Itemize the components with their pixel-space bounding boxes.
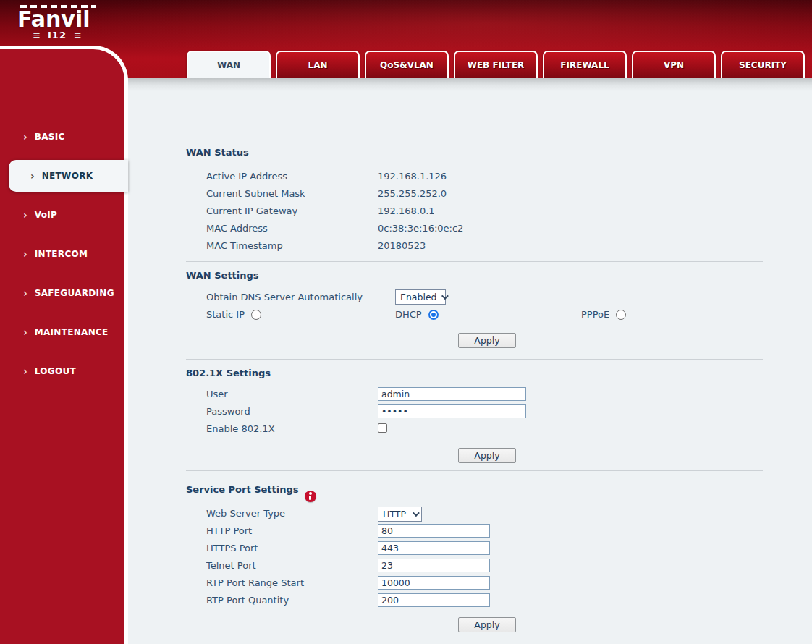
radio-circle-icon[interactable] [616,310,626,320]
sidebar-item-intercom[interactable]: › INTERCOM [0,238,124,270]
status-label: MAC Timestamp [206,240,378,251]
web-server-type-label: Web Server Type [206,508,285,519]
chevron-down-icon [441,292,448,300]
status-row: MAC Timestamp 20180523 [186,237,763,254]
rtp-port-quantity-row: RTP Port Quantity [186,593,763,610]
radio-circle-icon[interactable] [428,310,439,320]
https-port-label: HTTPS Port [206,543,258,554]
sidebar-item-logout[interactable]: › LOGOUT [0,355,124,387]
radio-dhcp[interactable]: DHCP [395,309,439,320]
dns-select-value: Enabled [400,292,437,302]
chevron-down-icon [413,509,420,517]
status-value: 192.168.1.126 [378,171,447,182]
http-port-row: HTTP Port [186,523,763,541]
rtp-port-quantity-field[interactable] [378,593,490,607]
user-row: User [186,386,763,404]
tab-lan[interactable]: LAN [276,51,360,78]
http-port-label: HTTP Port [206,525,252,536]
dns-select[interactable]: Enabled [395,289,446,305]
help-icon[interactable] [305,491,316,502]
web-server-type-row: Web Server Type HTTP [186,506,763,523]
enable-dot1x-label: Enable 802.1X [206,423,275,434]
logo-lines-right-icon: ≡ [74,32,82,39]
chevron-right-icon: › [23,366,28,376]
sidebar-nav: › BASIC › NETWORK › VoIP › INTERCOM › [0,46,128,644]
telnet-port-label: Telnet Port [206,560,256,571]
chevron-right-icon: › [30,171,35,181]
radio-circle-icon[interactable] [251,310,261,320]
rtp-port-range-start-row: RTP Port Range Start [186,575,763,593]
status-row: MAC Address 0c:38:3e:16:0e:c2 [186,219,763,237]
web-server-type-value: HTTP [383,509,406,520]
section-divider [186,359,763,360]
tab-qos-vlan[interactable]: QoS&VLAN [365,51,449,78]
dot1x-apply-button[interactable]: Apply [458,448,516,463]
dns-label: Obtain DNS Server Automatically [206,292,363,302]
tab-bar: WAN LAN QoS&VLAN WEB FILTER FIREWALL VPN… [187,51,805,78]
telnet-port-field[interactable] [378,559,490,572]
status-label: Current Subnet Mask [206,188,378,199]
sidebar-item-safeguarding[interactable]: › SAFEGUARDING [0,277,124,309]
web-server-type-select[interactable]: HTTP [378,507,422,522]
wan-status-list: Active IP Address 192.168.1.126 Current … [186,167,763,254]
enable-dot1x-checkbox[interactable] [378,423,387,433]
sidebar-item-basic[interactable]: › BASIC [0,121,124,153]
radio-pppoe[interactable]: PPPoE [581,309,626,320]
chevron-right-icon: › [23,249,28,259]
sidebar-item-network[interactable]: › NETWORK [9,160,128,192]
wan-status-title: WAN Status [186,147,763,158]
wan-settings-title: WAN Settings [186,270,763,281]
rtp-port-quantity-label: RTP Port Quantity [206,595,289,606]
http-port-field[interactable] [378,524,490,538]
status-value: 0c:38:3e:16:0e:c2 [378,223,463,234]
status-value: 192.168.0.1 [378,206,435,216]
model-name: I12 [48,30,67,41]
dot1x-settings-title: 802.1X Settings [186,368,763,379]
service-port-apply-button[interactable]: Apply [458,617,516,632]
service-port-title-row: Service Port Settings [186,484,763,497]
service-port-title: Service Port Settings [186,484,299,495]
status-row: Current IP Gateway 192.168.0.1 [186,202,763,219]
password-field[interactable] [378,404,526,418]
chevron-right-icon: › [23,288,28,298]
status-value: 20180523 [378,240,426,251]
brand-name: Fanvil [17,8,104,31]
enable-dot1x-row: Enable 802.1X [186,421,763,438]
https-port-row: HTTPS Port [186,541,763,558]
section-divider [186,261,763,262]
wan-settings-apply-button[interactable]: Apply [458,333,516,348]
wan-mode-radio-row: Static IP DHCP PPPoE [186,307,763,326]
password-label: Password [206,406,250,417]
tab-wan[interactable]: WAN [187,51,271,78]
status-label: MAC Address [206,223,378,234]
section-divider [186,470,763,471]
password-row: Password [186,404,763,421]
dns-row: Obtain DNS Server Automatically Enabled [186,289,763,307]
user-field[interactable] [378,387,526,401]
telnet-port-row: Telnet Port [186,558,763,575]
rtp-port-range-start-label: RTP Port Range Start [206,577,304,588]
chevron-right-icon: › [23,132,28,142]
sidebar-item-maintenance[interactable]: › MAINTENANCE [0,316,124,348]
logo-lines-left-icon: ≡ [33,32,41,39]
status-row: Active IP Address 192.168.1.126 [186,167,763,185]
https-port-field[interactable] [378,541,490,555]
rtp-port-range-start-field[interactable] [378,576,490,590]
tab-firewall[interactable]: FIREWALL [543,51,627,78]
user-label: User [206,389,228,399]
radio-static-ip[interactable]: Static IP [206,309,261,320]
status-row: Current Subnet Mask 255.255.252.0 [186,185,763,202]
status-label: Current IP Gateway [206,206,378,216]
chevron-right-icon: › [23,210,28,220]
tab-web-filter[interactable]: WEB FILTER [454,51,538,78]
sidebar-item-voip[interactable]: › VoIP [0,199,124,231]
main-content: WAN Status Active IP Address 192.168.1.1… [128,78,812,644]
tab-vpn[interactable]: VPN [632,51,716,78]
header-shadow-band [128,78,812,91]
status-value: 255.255.252.0 [378,188,447,199]
brand-logo: Fanvil ≡ I12 ≡ [17,5,104,41]
tab-security[interactable]: SECURITY [721,51,805,78]
status-label: Active IP Address [206,171,378,182]
chevron-right-icon: › [23,327,28,337]
